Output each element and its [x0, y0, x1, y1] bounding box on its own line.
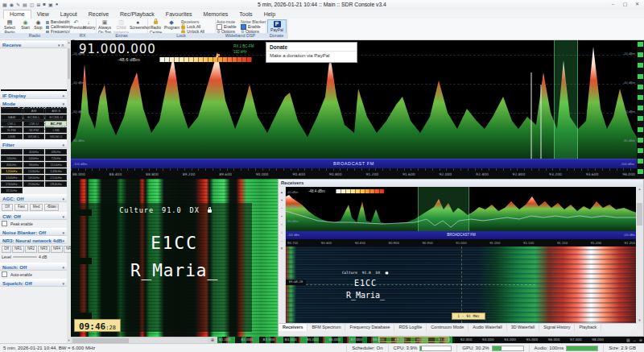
toolbar-icon[interactable]: ▴	[281, 190, 283, 194]
mode-button[interactable]: CW-U	[23, 121, 45, 126]
mode-button[interactable]: N-FM	[1, 127, 23, 133]
ribbon-tab[interactable]: Memories	[198, 10, 234, 19]
scrollbar-thumb[interactable]	[637, 203, 642, 226]
filter-button[interactable]: 96kHz	[23, 162, 45, 168]
toolbar-icon[interactable]: ▪	[281, 214, 283, 218]
mode-button[interactable]: W-FM	[23, 127, 45, 133]
toolbar-icon[interactable]: +	[281, 198, 283, 202]
receiver-marker-badge[interactable]: 1 · 91 MHz	[452, 313, 485, 320]
section-mode[interactable]: Mode▾	[0, 99, 67, 107]
receivers-tab[interactable]: Audio Waterfall	[469, 324, 506, 331]
mode-button[interactable]: AM	[23, 108, 45, 114]
filter-button[interactable]: 110kHz	[45, 162, 67, 168]
receivers-tab[interactable]: Playback	[575, 324, 601, 331]
program-lock-button[interactable]: ◆ Program	[164, 19, 179, 31]
section-noise-blanker[interactable]: Noise Blanker: Off▾	[0, 228, 67, 236]
ribbon-tab[interactable]: Tools	[233, 10, 258, 19]
band-navigator[interactable]: 81.00082.00083.00084.00085.00086.00087.0…	[217, 337, 644, 343]
mode-button[interactable]: BC-FM	[45, 121, 67, 126]
nr-button[interactable]: NR3	[38, 246, 50, 253]
filter-button[interactable]: 164kHz	[1, 175, 23, 180]
level-indicator-rail[interactable]	[637, 40, 644, 179]
receivers-tab[interactable]: Receivers	[279, 324, 308, 331]
receiver-spectrum-display[interactable]: -40 dBm -60 dBm -80 dBm -48.4 dBm	[286, 187, 637, 231]
mode-button[interactable]: SAM	[1, 114, 23, 120]
receiver-waterfall-display[interactable]: 09:46:28 Culture 91.0 DX E1CC R_Maria_ 1…	[286, 246, 637, 323]
receivers-scrollbar[interactable]: ▲▼	[636, 187, 643, 323]
filter-button[interactable]: 210kHz	[45, 175, 67, 180]
filter-button[interactable]: 230kHz	[1, 181, 23, 187]
section-notch[interactable]: Notch: Off▾	[0, 263, 67, 271]
screenshot-button[interactable]: ● Screenshot	[130, 19, 146, 31]
section-nr[interactable]: NR3: Neural network 4dB▾	[0, 236, 67, 244]
filter-button[interactable]: 180kHz	[23, 175, 45, 180]
agc-tool-icon[interactable]: ≡	[52, 204, 54, 209]
ribbon-tab[interactable]: Receive	[83, 10, 114, 19]
section-squelch[interactable]: Squelch: Off▾	[0, 279, 67, 287]
mode-button[interactable]: CW-L	[1, 121, 23, 126]
receivers-tab[interactable]: BFM Spectrum	[308, 324, 345, 331]
mode-button[interactable]: ECSS-L	[23, 114, 45, 120]
scrollbar-thumb[interactable]	[68, 48, 70, 79]
filter-button[interactable]: 48kHz	[45, 149, 67, 155]
previous-frequency-button[interactable]: ↶ Previous	[70, 19, 82, 31]
navigator-tool-icon[interactable]: ↔	[633, 337, 637, 343]
minimize-button[interactable]: –	[608, 1, 618, 8]
filter-button[interactable]: 284kHz	[45, 181, 67, 187]
ribbon-tab[interactable]: Home	[3, 10, 31, 19]
mode-button[interactable]: WDM-L	[23, 134, 45, 139]
ribbon-tab[interactable]: Help	[258, 10, 281, 19]
receive-panel-header[interactable]: Receive ▾ ✕	[0, 40, 67, 48]
receivers-tab[interactable]: Continuum Mode	[427, 324, 469, 331]
ribbon-tab[interactable]: Favourites	[160, 10, 198, 19]
agc-button[interactable]: Off	[2, 204, 13, 211]
tuned-passband-highlight[interactable]	[554, 40, 578, 159]
toolbar-icon[interactable]: ↔	[280, 238, 284, 242]
ribbon-tab[interactable]: Rec/Playback	[114, 10, 160, 19]
filter-button[interactable]: 120kHz	[1, 168, 23, 174]
agc-button[interactable]: Med	[30, 204, 43, 211]
navigator-zoom-button[interactable]: ⊕	[208, 337, 217, 343]
nr-button[interactable]: Off	[2, 246, 11, 253]
filter-button[interactable]: 56kHz	[1, 155, 23, 161]
mode-button[interactable]: WDM-U	[45, 134, 67, 139]
nr-button[interactable]: NR1	[12, 246, 24, 253]
mode-button[interactable]: ...	[1, 108, 23, 114]
section-if-display[interactable]: IF Display▾	[0, 91, 67, 99]
frequency-scale[interactable]: 88.00088.40088.80089.20089.60090.00090.4…	[71, 168, 637, 179]
close-button[interactable]: ✕	[632, 1, 642, 8]
navigator-tool-icon[interactable]: ⊕	[639, 337, 642, 343]
agc-tool-icon[interactable]: ≈	[56, 204, 58, 209]
ribbon-tab[interactable]: View	[31, 10, 55, 19]
mode-button[interactable]: LSB	[45, 127, 67, 133]
chevron-down-icon[interactable]: ▾	[58, 43, 60, 48]
section-agc[interactable]: AGC: Off▾	[0, 194, 67, 202]
receivers-tab[interactable]: Signal History	[539, 324, 575, 331]
nr-button[interactable]: NR2	[25, 246, 37, 253]
level-slider[interactable]	[13, 256, 37, 258]
mode-button[interactable]: AM-S	[45, 108, 67, 114]
zoom-waterfall-display[interactable]: Culture 91.0 DX E1CC R_Maria_ 09:46:28	[71, 179, 278, 337]
filter-button[interactable]: 72kHz	[45, 155, 67, 161]
notch-auto-enable[interactable]: Auto-enable	[2, 271, 66, 277]
mode-button[interactable]: ECSS-U	[45, 114, 67, 120]
stop-button[interactable]: ◉ Stop	[32, 19, 44, 31]
section-cw[interactable]: CW: Off▾	[0, 212, 67, 220]
cw-peak-enable[interactable]: Peak enable	[2, 221, 66, 226]
filter-button[interactable]: 148kHz	[45, 168, 67, 174]
receivers-tab[interactable]: 3D Waterfall	[507, 324, 539, 331]
toolbar-icon[interactable]: ≡	[281, 246, 283, 251]
start-button[interactable]: ◉ Start	[19, 19, 31, 31]
receivers-window-title[interactable]: Receivers	[279, 180, 643, 187]
filter-button[interactable]: 256kHz	[23, 181, 45, 187]
toolbar-icon[interactable]: ▫	[281, 222, 283, 226]
filter-button[interactable]: 84kHz	[1, 162, 23, 168]
navigator-tool-icon[interactable]: ▦	[626, 337, 630, 343]
receiver-frequency-scale[interactable]: 90.75090.80090.85090.90090.95091.00091.0…	[286, 239, 637, 246]
filter-button[interactable]: 64kHz	[23, 155, 45, 161]
agc-tool-icon[interactable]: ↶	[47, 204, 50, 209]
filter-button[interactable]: 134kHz	[23, 168, 45, 174]
toolbar-icon[interactable]: −	[281, 206, 283, 210]
ribbon-tab[interactable]: Layout	[55, 10, 83, 19]
close-icon[interactable]: ✕	[61, 43, 64, 48]
